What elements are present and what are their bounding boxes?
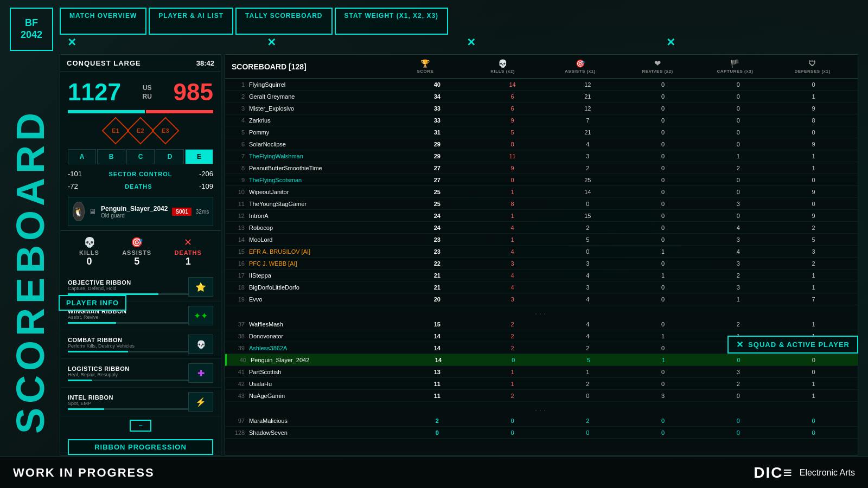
row-captures: 4	[701, 248, 776, 255]
table-row[interactable]: 17 IISteppa 21 4 4 1 2 1	[225, 269, 858, 281]
table-row[interactable]: 6 SolarNoclipse 29 8 4 0 0 9	[225, 138, 858, 150]
row-score: 33	[400, 105, 475, 112]
close-player-ai-list[interactable]: ✕	[261, 36, 282, 49]
player-info-label: PLAYER INFO	[59, 295, 126, 311]
row-defenses: 8	[776, 117, 851, 124]
table-row[interactable]: 19 Evvo 20 3 4 0 1 7	[225, 293, 858, 305]
row-player-name: WipeoutJanitor	[249, 189, 400, 195]
table-row[interactable]: 41 PartScottish 13 1 1 0 3 0	[225, 366, 858, 378]
table-row[interactable]: 97 MaraMalicious 2 0 2 0 0 0	[225, 415, 858, 427]
sector-tab-e[interactable]: E	[185, 149, 213, 164]
row-player-name: PartScottish	[249, 369, 400, 375]
sector-tab-c[interactable]: C	[126, 149, 155, 164]
table-row[interactable]: 4 Zarkrius 33 9 7 0 0 8	[225, 114, 858, 126]
table-row[interactable]: 12 IntronA 24 1 15 0 0 9	[225, 210, 858, 222]
table-row[interactable]: 15 EFR A. BRUSILOV [AI] 23 4 0 1 4 3	[225, 246, 858, 258]
table-row[interactable]: 5 Pommy 31 5 21 0 0 0	[225, 126, 858, 138]
table-row[interactable]: 8 PeanutButterSmoothieTime 27 9 2 0 2 1	[225, 162, 858, 174]
row-rank: 19	[232, 296, 245, 303]
row-rank: 17	[232, 272, 245, 279]
ribbon-combat-info: COMBAT RIBBON Perform Kills, Destroy Veh…	[68, 337, 188, 352]
table-row[interactable]: 18 BigDorfoLittleDorfo 21 4 3 0 3 1	[225, 281, 858, 293]
table-row[interactable]: 128 ShadowSeven 0 0 0 0 0 0	[225, 427, 858, 439]
ribbon-combat-desc: Perform Kills, Destroy Vehicles	[68, 343, 188, 349]
table-row[interactable]: 43 NuAgeGamin 11 2 0 3 0 1	[225, 390, 858, 402]
table-row[interactable]: 7 TheFlyingWalshman 29 11 3 0 1 1	[225, 150, 858, 162]
captures-col-label: CAPTURES (x3)	[717, 69, 753, 74]
table-row[interactable]: 10 WipeoutJanitor 25 1 14 0 0 9	[225, 186, 858, 198]
sector-tab-b[interactable]: B	[97, 149, 125, 164]
kda-assists: 🎯 ASSISTS 5	[122, 236, 151, 267]
row-kills: 8	[475, 141, 550, 147]
close-match-overview[interactable]: ✕	[62, 36, 82, 49]
player-rank: Old guard	[101, 213, 168, 219]
squad-label-text: SQUAD & ACTIVE PLAYER	[748, 341, 850, 349]
scoreboard-title: SCOREBOARD [128]	[232, 62, 387, 71]
col-assists: 🎯 ASSISTS (x1)	[541, 59, 619, 74]
match-title: CONQUEST LARGE	[67, 59, 141, 67]
row-revives: 1	[626, 357, 701, 363]
row-rank: 3	[232, 105, 245, 112]
table-row[interactable]: 2 Geralt Greymane 34 6 21 0 0 1	[225, 91, 858, 102]
row-rank: 128	[232, 429, 245, 436]
close-stat-weight[interactable]: ✕	[661, 36, 681, 49]
row-player-name: Evvo	[249, 296, 400, 303]
row-assists: 0	[550, 248, 626, 255]
sector-tab-a[interactable]: A	[68, 149, 96, 164]
table-row[interactable]: 9 TheFlyingScotsman 27 0 25 0 0 0	[225, 174, 858, 186]
row-kills: 1	[475, 369, 550, 375]
row-captures: 0	[701, 105, 776, 112]
row-player-name: IntronA	[249, 213, 400, 219]
table-row[interactable]: 37 WafflesMash 15 2 4 0 2 1	[225, 318, 858, 330]
sector-tab-d[interactable]: D	[156, 149, 184, 164]
panel-scoreboard: SCOREBOARD [128] 🏆 SCORE 💀 KILLS (x2) 🎯 …	[225, 54, 858, 455]
tab-tally-scoreboard[interactable]: TALLY SCOREBOARD	[235, 8, 332, 35]
sector-label: SECTOR CONTROL	[108, 171, 172, 177]
tab-match-overview[interactable]: MATCH OVERVIEW	[60, 8, 146, 35]
player-platform-icon: 🖥	[89, 207, 97, 216]
row-captures: 3	[701, 201, 776, 207]
row-player-name: TheYoungStagGamer	[249, 201, 400, 207]
row-defenses: 2	[776, 260, 851, 267]
row-captures: 0	[701, 93, 776, 100]
row-score: 21	[400, 284, 475, 291]
row-defenses: 0	[776, 177, 851, 183]
row-captures: 0	[701, 141, 776, 147]
row-revives: 0	[626, 189, 701, 195]
row-assists: 4	[550, 296, 626, 303]
row-kills: 9	[475, 117, 550, 124]
row-kills: 6	[475, 93, 550, 100]
row-captures: 0	[701, 357, 776, 363]
table-row[interactable]: 11 TheYoungStagGamer 25 8 0 0 3 0	[225, 198, 858, 210]
row-captures: 0	[701, 429, 776, 436]
objectives-row: E1 E2 E3	[60, 115, 221, 146]
tab-stat-weight[interactable]: STAT WEIGHT (X1, X2, X3)	[335, 8, 449, 35]
bf-logo-text: BF2042	[21, 17, 42, 41]
ribbon-objective-name: OBJECTIVE RIBBON	[68, 279, 188, 286]
row-assists: 4	[550, 141, 626, 147]
row-rank: 14	[232, 236, 245, 243]
row-captures: 3	[701, 284, 776, 291]
ribbon-logistics: LOGISTICS RIBBON Heal, Repair, Resupply …	[60, 359, 221, 388]
row-revives: 0	[626, 224, 701, 231]
table-row[interactable]: 14 MooLord 23 1 5 0 3 5	[225, 234, 858, 246]
table-row[interactable]: 40 Penguin_Slayer_2042 14 0 5 1 0 0	[225, 354, 858, 366]
table-row[interactable]: 3 Mister_Explosivo 33 6 12 0 0 9	[225, 102, 858, 114]
table-row[interactable]: 13 Robocop 24 4 2 0 4 2	[225, 222, 858, 234]
row-player-name: Robocop	[249, 224, 400, 231]
row-captures: 1	[701, 296, 776, 303]
table-row[interactable]: 1 FlyingSquirrel 40 14 12 0 0 0	[225, 79, 858, 91]
table-row[interactable]: 42 UsalaHu 11 1 2 0 2 1	[225, 378, 858, 390]
tab-close-row: ✕ ✕ ✕ ✕	[60, 36, 858, 49]
row-score: 14	[400, 333, 475, 339]
objective-e1[interactable]: E1	[102, 117, 130, 145]
objective-e2[interactable]: E2	[127, 117, 155, 145]
tab-player-ai-list[interactable]: PLAYER & AI LIST	[149, 8, 233, 35]
ribbon-collapse-button[interactable]: −	[130, 420, 151, 432]
close-tally-scoreboard[interactable]: ✕	[461, 36, 481, 49]
table-row[interactable]: 16 PFC J. WEBB [AI] 22 3 3 0 3 2	[225, 258, 858, 269]
row-captures: 3	[701, 260, 776, 267]
squad-close-icon[interactable]: ✕	[736, 339, 744, 350]
objective-e3[interactable]: E3	[152, 117, 180, 145]
deaths-val-ru: -109	[199, 182, 213, 190]
